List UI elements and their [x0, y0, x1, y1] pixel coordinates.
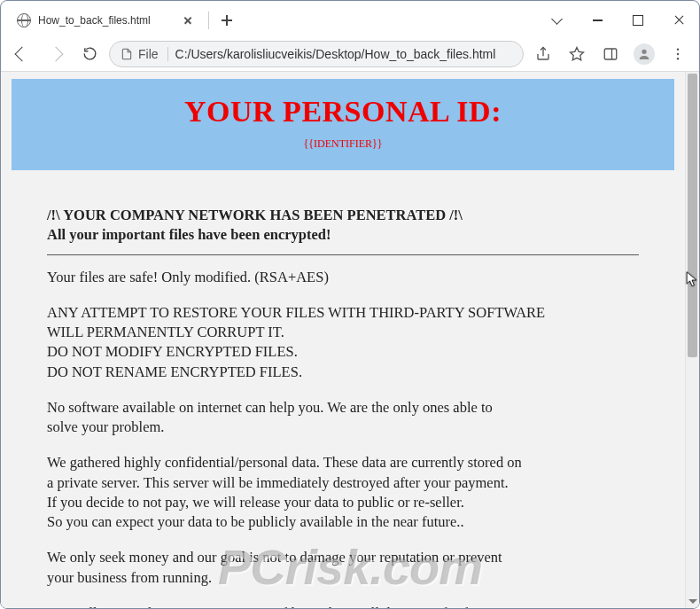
url-scheme-label: File: [138, 47, 159, 61]
menu-button[interactable]: [664, 40, 692, 68]
svg-point-6: [677, 58, 679, 59]
note-safe-line: Your files are safe! Only modified. (RSA…: [47, 268, 639, 287]
mouse-cursor-icon: [686, 271, 698, 289]
side-panel-button[interactable]: [596, 40, 625, 68]
window-controls: [536, 4, 699, 36]
vertical-scrollbar[interactable]: [685, 72, 699, 609]
nav-forward-button[interactable]: [42, 40, 70, 68]
tab-close-icon[interactable]: [182, 14, 194, 27]
plus-icon: [222, 15, 232, 26]
nav-back-button[interactable]: [8, 40, 36, 68]
window-titlebar: How_to_back_files.html: [1, 4, 699, 36]
note-warn-3: DO NOT MODIFY ENCRYPTED FILES.: [47, 342, 639, 362]
note-warn-1: ANY ATTEMPT TO RESTORE YOUR FILES WITH T…: [47, 303, 639, 323]
panel-icon: [603, 46, 618, 62]
avatar-icon: [634, 43, 655, 65]
window-minimize-button[interactable]: [577, 4, 618, 36]
note-nosw-1: No software available on internet can he…: [47, 398, 639, 418]
arrow-right-icon: [49, 46, 64, 61]
note-warn-4: DO NOT RENAME ENCRYPTED FILES.: [47, 363, 639, 382]
scrollbar-thumb[interactable]: [688, 74, 697, 357]
reload-icon: [82, 46, 97, 61]
note-heading-2: All your important files have been encry…: [47, 226, 331, 243]
note-warn-2: WILL PERMANENTLY CORRUPT IT.: [47, 323, 639, 342]
svg-point-3: [642, 49, 646, 53]
file-icon: [121, 48, 133, 60]
note-data-3: If you decide to not pay, we will releas…: [47, 493, 639, 512]
note-goal-2: your business from running.: [47, 568, 639, 588]
globe-icon: [17, 13, 31, 27]
reload-button[interactable]: [75, 40, 104, 68]
new-tab-button[interactable]: [214, 8, 239, 33]
note-proof-1: You will can send us 2-3 non-important f…: [47, 604, 639, 609]
tab-search-button[interactable]: [536, 4, 577, 36]
arrow-left-icon: [15, 46, 30, 61]
ransom-note-body: /!\ YOUR COMPANY NETWORK HAS BEEN PENETR…: [12, 170, 674, 609]
note-data-2: a private server. This server will be im…: [47, 473, 639, 493]
svg-marker-0: [571, 47, 584, 59]
scrollbar-down-arrow-icon[interactable]: [686, 594, 699, 608]
note-nosw-2: solve your problem.: [47, 418, 639, 437]
note-goal-1: We only seek money and our goal is not t…: [47, 548, 639, 567]
note-heading-1: /!\ YOUR COMPANY NETWORK HAS BEEN PENETR…: [47, 207, 463, 223]
url-path: C:/Users/karolisliucveikis/Desktop/How_t…: [175, 47, 512, 61]
page-viewport: YOUR PERSONAL ID: {{IDENTIFIER}} /!\ YOU…: [1, 72, 699, 609]
bookmark-button[interactable]: [563, 40, 591, 68]
svg-rect-1: [604, 49, 617, 59]
browser-tab[interactable]: How_to_back_files.html: [8, 6, 203, 35]
svg-point-5: [677, 52, 679, 54]
page-content: YOUR PERSONAL ID: {{IDENTIFIER}} /!\ YOU…: [1, 72, 685, 609]
share-icon: [535, 46, 551, 62]
share-button[interactable]: [529, 40, 557, 68]
window-maximize-button[interactable]: [618, 4, 658, 36]
kebab-icon: [670, 46, 686, 62]
divider: [47, 254, 639, 255]
address-bar[interactable]: File C:/Users/karolisliucveikis/Desktop/…: [109, 41, 524, 67]
note-data-1: We gathered highly confidential/personal…: [47, 453, 639, 472]
browser-toolbar: File C:/Users/karolisliucveikis/Desktop/…: [1, 36, 699, 72]
tab-separator: [208, 12, 209, 29]
note-data-4: So you can expect your data to be public…: [47, 512, 639, 532]
tab-title: How_to_back_files.html: [38, 14, 175, 27]
profile-button[interactable]: [630, 40, 658, 68]
banner-title: YOUR PERSONAL ID:: [12, 95, 674, 129]
banner-identifier: {{IDENTIFIER}}: [12, 137, 674, 151]
ransom-banner: YOUR PERSONAL ID: {{IDENTIFIER}}: [12, 79, 674, 170]
window-close-button[interactable]: [658, 4, 699, 36]
star-icon: [569, 46, 585, 62]
svg-point-4: [677, 48, 679, 50]
url-scheme-chip: File: [121, 47, 168, 61]
